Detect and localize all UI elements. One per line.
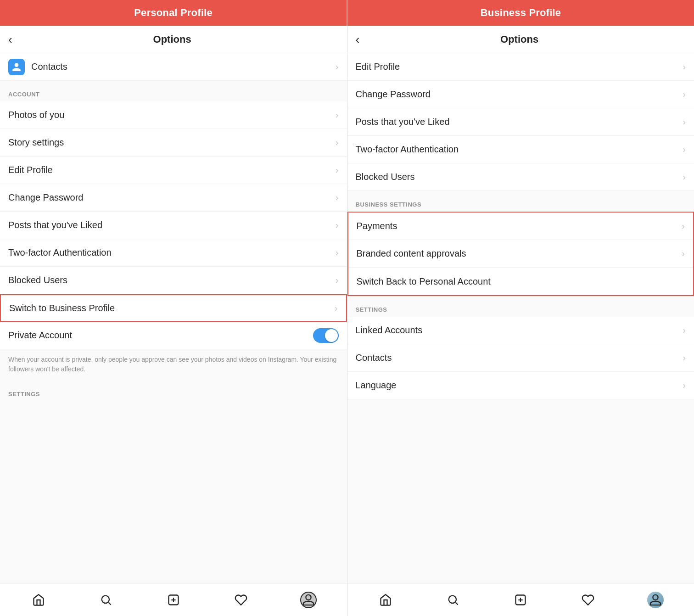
change-password-item[interactable]: Change Password › — [0, 184, 347, 212]
edit-profile-b-label: Edit Profile — [356, 62, 679, 72]
business-tab-bar — [347, 583, 694, 616]
business-settings-label: BUSINESS SETTINGS — [347, 191, 694, 212]
business-nav-title: Options — [365, 34, 674, 45]
edit-profile-item[interactable]: Edit Profile › — [0, 157, 347, 184]
personal-profile-tab[interactable]: Personal Profile — [0, 0, 347, 26]
payments-item[interactable]: Payments › — [348, 213, 694, 240]
business-avatar — [647, 592, 664, 608]
svg-line-1 — [108, 602, 111, 605]
photos-of-you-item[interactable]: Photos of you › — [0, 101, 347, 129]
branded-content-label: Branded content approvals — [357, 248, 678, 259]
contacts-chevron: › — [336, 62, 339, 72]
tab-bar — [0, 583, 694, 616]
posts-liked-item[interactable]: Posts that you've Liked › — [0, 212, 347, 239]
account-section-label: ACCOUNT — [0, 81, 347, 101]
payments-label: Payments — [357, 221, 678, 231]
contacts-b-label: Contacts — [356, 353, 679, 363]
change-password-b-item[interactable]: Change Password › — [347, 81, 694, 108]
private-account-label: Private Account — [8, 330, 313, 341]
business-profile-tab[interactable]: Business Profile — [347, 0, 694, 26]
linked-accounts-label: Linked Accounts — [356, 325, 679, 336]
business-settings-box: Payments › Branded content approvals › S… — [347, 212, 694, 296]
change-password-label: Change Password — [8, 192, 332, 203]
business-add-button[interactable] — [510, 590, 531, 610]
private-account-row: Private Account — [0, 322, 347, 349]
posts-liked-label: Posts that you've Liked — [8, 220, 332, 230]
personal-nav-title: Options — [18, 34, 327, 45]
branded-content-item[interactable]: Branded content approvals › — [348, 240, 694, 268]
svg-point-0 — [101, 595, 109, 603]
language-item[interactable]: Language › — [347, 372, 694, 399]
business-nav-bar: ‹ Options — [347, 26, 694, 53]
photos-of-you-label: Photos of you — [8, 110, 332, 120]
personal-home-button[interactable] — [28, 590, 49, 610]
personal-back-button[interactable]: ‹ — [8, 34, 12, 45]
switch-to-personal-item[interactable]: Switch Back to Personal Account — [348, 268, 694, 295]
business-back-button[interactable]: ‹ — [356, 34, 360, 45]
business-home-button[interactable] — [375, 590, 396, 610]
blocked-users-item[interactable]: Blocked Users › — [0, 267, 347, 294]
blocked-users-label: Blocked Users — [8, 275, 332, 286]
personal-panel: ‹ Options Contacts › ACCOUNT Photos of y… — [0, 26, 347, 583]
personal-avatar — [300, 592, 317, 608]
settings-section-label: SETTINGS — [0, 381, 347, 401]
story-settings-item[interactable]: Story settings › — [0, 129, 347, 157]
personal-nav-bar: ‹ Options — [0, 26, 347, 53]
contacts-label: Contacts — [31, 62, 332, 72]
personal-add-button[interactable] — [163, 590, 184, 610]
business-heart-button[interactable] — [578, 590, 598, 610]
personal-search-button[interactable] — [96, 590, 116, 610]
blocked-users-b-item[interactable]: Blocked Users › — [347, 163, 694, 191]
two-factor-label: Two-factor Authentication — [8, 247, 332, 258]
panels: ‹ Options Contacts › ACCOUNT Photos of y… — [0, 26, 694, 583]
settings-b-section-label: SETTINGS — [347, 296, 694, 317]
business-profile-button[interactable] — [645, 590, 666, 610]
business-panel: ‹ Options Edit Profile › Change Password… — [347, 26, 694, 583]
svg-line-6 — [456, 602, 458, 605]
edit-profile-label: Edit Profile — [8, 165, 332, 175]
personal-content: Contacts › ACCOUNT Photos of you › Story… — [0, 53, 347, 583]
private-account-toggle[interactable] — [313, 328, 339, 343]
private-account-helper: When your account is private, only peopl… — [0, 349, 347, 381]
contacts-menu-item[interactable]: Contacts › — [0, 53, 347, 81]
switch-to-business-label: Switch to Business Profile — [9, 303, 331, 314]
posts-liked-b-label: Posts that you've Liked — [356, 117, 679, 127]
linked-accounts-item[interactable]: Linked Accounts › — [347, 317, 694, 344]
two-factor-item[interactable]: Two-factor Authentication › — [0, 239, 347, 267]
switch-to-personal-label: Switch Back to Personal Account — [357, 276, 685, 287]
business-search-button[interactable] — [443, 590, 463, 610]
personal-tab-bar — [0, 583, 347, 616]
blocked-users-b-label: Blocked Users — [356, 172, 679, 182]
switch-to-business-item[interactable]: Switch to Business Profile › — [0, 294, 347, 322]
svg-point-5 — [449, 595, 456, 603]
edit-profile-b-item[interactable]: Edit Profile › — [347, 53, 694, 81]
change-password-b-label: Change Password — [356, 89, 679, 100]
personal-heart-button[interactable] — [231, 590, 251, 610]
two-factor-b-label: Two-factor Authentication — [356, 144, 679, 155]
contacts-b-item[interactable]: Contacts › — [347, 344, 694, 372]
posts-liked-b-item[interactable]: Posts that you've Liked › — [347, 108, 694, 136]
two-factor-b-item[interactable]: Two-factor Authentication › — [347, 136, 694, 163]
contacts-icon — [8, 59, 25, 75]
language-label: Language — [356, 380, 679, 391]
story-settings-label: Story settings — [8, 137, 332, 148]
toggle-knob — [325, 329, 338, 342]
personal-profile-button[interactable] — [298, 590, 319, 610]
business-content: Edit Profile › Change Password › Posts t… — [347, 53, 694, 583]
top-tabs: Personal Profile Business Profile — [0, 0, 694, 26]
